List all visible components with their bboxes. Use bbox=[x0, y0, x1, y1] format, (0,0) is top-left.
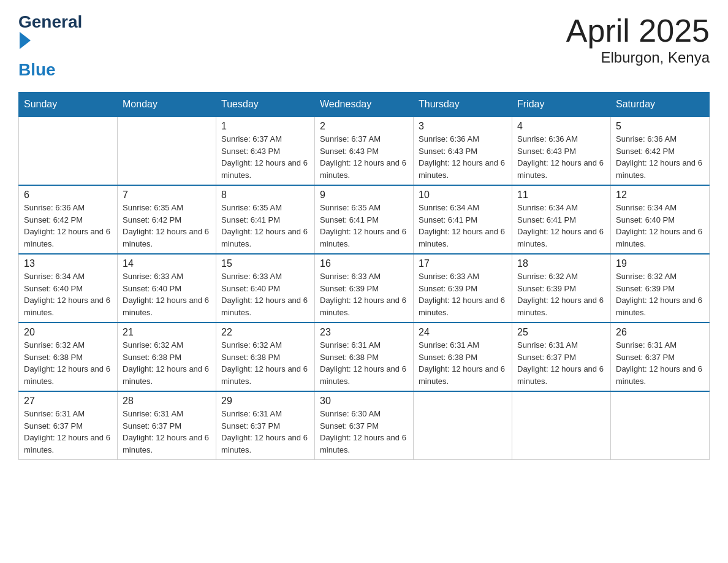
calendar-cell: 29Sunrise: 6:31 AM Sunset: 6:37 PM Dayli… bbox=[216, 391, 315, 460]
day-number: 25 bbox=[517, 327, 605, 338]
day-number: 13 bbox=[24, 258, 112, 269]
calendar-cell: 26Sunrise: 6:31 AM Sunset: 6:37 PM Dayli… bbox=[611, 323, 710, 391]
day-info: Sunrise: 6:32 AM Sunset: 6:39 PM Dayligh… bbox=[517, 270, 605, 318]
calendar-cell: 9Sunrise: 6:35 AM Sunset: 6:41 PM Daylig… bbox=[315, 185, 414, 254]
day-number: 20 bbox=[24, 327, 112, 338]
day-number: 2 bbox=[320, 121, 408, 132]
day-info: Sunrise: 6:36 AM Sunset: 6:43 PM Dayligh… bbox=[517, 133, 605, 181]
calendar-week-row: 20Sunrise: 6:32 AM Sunset: 6:38 PM Dayli… bbox=[19, 323, 710, 391]
day-info: Sunrise: 6:35 AM Sunset: 6:41 PM Dayligh… bbox=[320, 202, 408, 250]
calendar-cell: 19Sunrise: 6:32 AM Sunset: 6:39 PM Dayli… bbox=[611, 254, 710, 323]
day-info: Sunrise: 6:34 AM Sunset: 6:41 PM Dayligh… bbox=[517, 202, 605, 250]
calendar-cell bbox=[611, 391, 710, 460]
calendar-cell: 25Sunrise: 6:31 AM Sunset: 6:37 PM Dayli… bbox=[512, 323, 611, 391]
day-number: 17 bbox=[419, 258, 507, 269]
calendar-cell: 8Sunrise: 6:35 AM Sunset: 6:41 PM Daylig… bbox=[216, 185, 315, 254]
weekday-header-saturday: Saturday bbox=[611, 93, 710, 117]
day-number: 21 bbox=[123, 327, 211, 338]
calendar-cell: 12Sunrise: 6:34 AM Sunset: 6:40 PM Dayli… bbox=[611, 185, 710, 254]
day-number: 18 bbox=[517, 258, 605, 269]
day-number: 29 bbox=[221, 396, 309, 407]
svg-marker-0 bbox=[20, 32, 31, 49]
day-info: Sunrise: 6:31 AM Sunset: 6:37 PM Dayligh… bbox=[616, 339, 704, 387]
day-info: Sunrise: 6:32 AM Sunset: 6:38 PM Dayligh… bbox=[24, 339, 112, 387]
day-info: Sunrise: 6:30 AM Sunset: 6:37 PM Dayligh… bbox=[320, 408, 408, 456]
weekday-header-monday: Monday bbox=[118, 93, 216, 117]
calendar-cell: 6Sunrise: 6:36 AM Sunset: 6:42 PM Daylig… bbox=[19, 185, 118, 254]
logo-icon bbox=[18, 32, 82, 49]
weekday-header-row: SundayMondayTuesdayWednesdayThursdayFrid… bbox=[19, 93, 710, 117]
calendar-cell: 2Sunrise: 6:37 AM Sunset: 6:43 PM Daylig… bbox=[315, 117, 414, 185]
calendar-cell: 24Sunrise: 6:31 AM Sunset: 6:38 PM Dayli… bbox=[414, 323, 512, 391]
day-number: 14 bbox=[123, 258, 211, 269]
calendar-week-row: 27Sunrise: 6:31 AM Sunset: 6:37 PM Dayli… bbox=[19, 391, 710, 460]
logo-general-text: General bbox=[18, 12, 82, 31]
day-info: Sunrise: 6:31 AM Sunset: 6:38 PM Dayligh… bbox=[320, 339, 408, 387]
day-info: Sunrise: 6:33 AM Sunset: 6:40 PM Dayligh… bbox=[221, 270, 309, 318]
calendar-cell: 11Sunrise: 6:34 AM Sunset: 6:41 PM Dayli… bbox=[512, 185, 611, 254]
day-number: 19 bbox=[616, 258, 704, 269]
day-number: 30 bbox=[320, 396, 408, 407]
calendar-cell: 23Sunrise: 6:31 AM Sunset: 6:38 PM Dayli… bbox=[315, 323, 414, 391]
day-number: 4 bbox=[517, 121, 605, 132]
calendar-cell: 1Sunrise: 6:37 AM Sunset: 6:43 PM Daylig… bbox=[216, 117, 315, 185]
day-number: 16 bbox=[320, 258, 408, 269]
day-info: Sunrise: 6:37 AM Sunset: 6:43 PM Dayligh… bbox=[221, 133, 309, 181]
calendar-cell: 7Sunrise: 6:35 AM Sunset: 6:42 PM Daylig… bbox=[118, 185, 216, 254]
calendar-title: April 2025 bbox=[566, 12, 710, 49]
calendar-cell bbox=[512, 391, 611, 460]
day-info: Sunrise: 6:37 AM Sunset: 6:43 PM Dayligh… bbox=[320, 133, 408, 181]
calendar-cell bbox=[414, 391, 512, 460]
calendar-cell: 10Sunrise: 6:34 AM Sunset: 6:41 PM Dayli… bbox=[414, 185, 512, 254]
day-number: 22 bbox=[221, 327, 309, 338]
day-info: Sunrise: 6:31 AM Sunset: 6:37 PM Dayligh… bbox=[517, 339, 605, 387]
day-info: Sunrise: 6:33 AM Sunset: 6:39 PM Dayligh… bbox=[320, 270, 408, 318]
day-info: Sunrise: 6:31 AM Sunset: 6:37 PM Dayligh… bbox=[221, 408, 309, 456]
calendar-location: Elburgon, Kenya bbox=[566, 49, 710, 66]
calendar-cell: 22Sunrise: 6:32 AM Sunset: 6:38 PM Dayli… bbox=[216, 323, 315, 391]
day-info: Sunrise: 6:31 AM Sunset: 6:37 PM Dayligh… bbox=[24, 408, 112, 456]
day-number: 26 bbox=[616, 327, 704, 338]
day-info: Sunrise: 6:35 AM Sunset: 6:42 PM Dayligh… bbox=[123, 202, 211, 250]
day-number: 3 bbox=[419, 121, 507, 132]
calendar-cell: 20Sunrise: 6:32 AM Sunset: 6:38 PM Dayli… bbox=[19, 323, 118, 391]
calendar-cell: 3Sunrise: 6:36 AM Sunset: 6:43 PM Daylig… bbox=[414, 117, 512, 185]
calendar-cell bbox=[19, 117, 118, 185]
day-info: Sunrise: 6:32 AM Sunset: 6:39 PM Dayligh… bbox=[616, 270, 704, 318]
calendar-cell: 4Sunrise: 6:36 AM Sunset: 6:43 PM Daylig… bbox=[512, 117, 611, 185]
day-info: Sunrise: 6:34 AM Sunset: 6:40 PM Dayligh… bbox=[24, 270, 112, 318]
calendar-cell: 27Sunrise: 6:31 AM Sunset: 6:37 PM Dayli… bbox=[19, 391, 118, 460]
calendar-cell: 30Sunrise: 6:30 AM Sunset: 6:37 PM Dayli… bbox=[315, 391, 414, 460]
day-number: 15 bbox=[221, 258, 309, 269]
logo-blue-text: Blue bbox=[18, 60, 56, 79]
day-number: 24 bbox=[419, 327, 507, 338]
day-info: Sunrise: 6:34 AM Sunset: 6:41 PM Dayligh… bbox=[419, 202, 507, 250]
calendar-cell: 18Sunrise: 6:32 AM Sunset: 6:39 PM Dayli… bbox=[512, 254, 611, 323]
day-number: 10 bbox=[419, 190, 507, 201]
day-number: 9 bbox=[320, 190, 408, 201]
day-number: 12 bbox=[616, 190, 704, 201]
weekday-header-thursday: Thursday bbox=[414, 93, 512, 117]
day-info: Sunrise: 6:32 AM Sunset: 6:38 PM Dayligh… bbox=[221, 339, 309, 387]
calendar-cell: 28Sunrise: 6:31 AM Sunset: 6:37 PM Dayli… bbox=[118, 391, 216, 460]
page-header: General Blue April 2025 Elburgon, Kenya bbox=[18, 12, 710, 80]
day-info: Sunrise: 6:31 AM Sunset: 6:37 PM Dayligh… bbox=[123, 408, 211, 456]
day-info: Sunrise: 6:34 AM Sunset: 6:40 PM Dayligh… bbox=[616, 202, 704, 250]
calendar-cell bbox=[118, 117, 216, 185]
day-info: Sunrise: 6:35 AM Sunset: 6:41 PM Dayligh… bbox=[221, 202, 309, 250]
day-number: 1 bbox=[221, 121, 309, 132]
calendar-week-row: 6Sunrise: 6:36 AM Sunset: 6:42 PM Daylig… bbox=[19, 185, 710, 254]
calendar-cell: 17Sunrise: 6:33 AM Sunset: 6:39 PM Dayli… bbox=[414, 254, 512, 323]
calendar-week-row: 13Sunrise: 6:34 AM Sunset: 6:40 PM Dayli… bbox=[19, 254, 710, 323]
weekday-header-wednesday: Wednesday bbox=[315, 93, 414, 117]
calendar-cell: 21Sunrise: 6:32 AM Sunset: 6:38 PM Dayli… bbox=[118, 323, 216, 391]
day-info: Sunrise: 6:36 AM Sunset: 6:42 PM Dayligh… bbox=[24, 202, 112, 250]
calendar-table: SundayMondayTuesdayWednesdayThursdayFrid… bbox=[18, 92, 710, 460]
calendar-cell: 14Sunrise: 6:33 AM Sunset: 6:40 PM Dayli… bbox=[118, 254, 216, 323]
weekday-header-friday: Friday bbox=[512, 93, 611, 117]
logo: General Blue bbox=[18, 12, 82, 80]
day-number: 7 bbox=[123, 190, 211, 201]
calendar-week-row: 1Sunrise: 6:37 AM Sunset: 6:43 PM Daylig… bbox=[19, 117, 710, 185]
calendar-cell: 16Sunrise: 6:33 AM Sunset: 6:39 PM Dayli… bbox=[315, 254, 414, 323]
day-number: 6 bbox=[24, 190, 112, 201]
